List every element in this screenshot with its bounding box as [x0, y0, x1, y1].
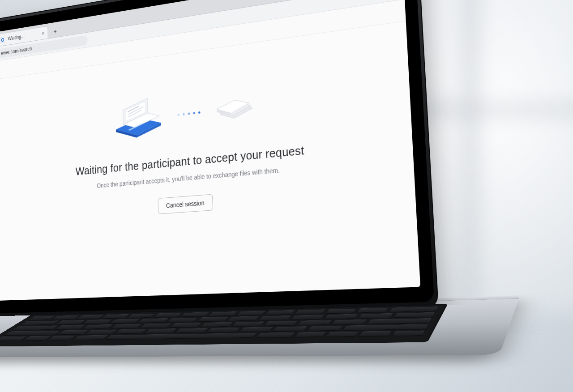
laptop-transfer-icon: [111, 94, 166, 144]
svg-marker-12: [216, 98, 249, 115]
svg-marker-10: [220, 103, 253, 119]
laptop-screen-frame: Waiting... × + ewer.com/search: [0, 0, 439, 320]
new-tab-button[interactable]: +: [51, 25, 60, 38]
svg-marker-11: [218, 101, 251, 117]
url-text: ewer.com/search: [1, 46, 32, 56]
file-stack-icon: [212, 87, 259, 128]
teamviewer-icon: [0, 36, 5, 43]
svg-marker-13: [216, 108, 231, 118]
transfer-dots-icon: [177, 111, 200, 116]
page-title: Waiting for the participant to accept yo…: [76, 143, 305, 178]
close-tab-button[interactable]: ×: [42, 30, 44, 36]
laptop-mock: Waiting... × + ewer.com/search: [0, 0, 439, 320]
laptop-bezel: Waiting... × + ewer.com/search: [0, 0, 434, 314]
tab-title: Waiting...: [8, 31, 38, 42]
hero-illustration: [111, 83, 259, 144]
svg-marker-14: [231, 103, 249, 116]
cancel-session-button[interactable]: Cancel session: [158, 194, 213, 214]
screen: Waiting... × + ewer.com/search: [0, 0, 420, 301]
plus-icon: +: [54, 28, 57, 35]
